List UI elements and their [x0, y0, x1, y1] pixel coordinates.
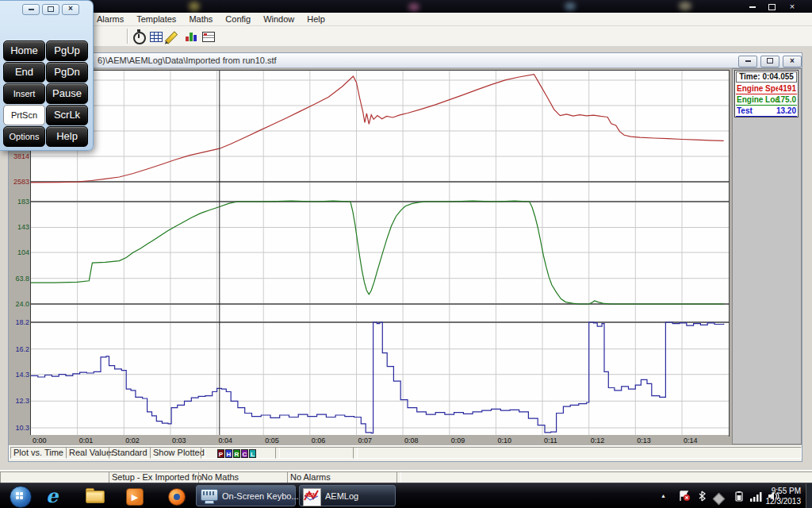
channel-value: 13.20 — [776, 106, 796, 116]
menu-item-window[interactable]: Window — [257, 13, 301, 26]
tray-app-icon[interactable] — [714, 492, 723, 506]
battery-icon[interactable] — [733, 491, 745, 505]
main-close-button[interactable]: × — [783, 2, 801, 11]
osk-key-end[interactable]: End — [3, 62, 45, 83]
main-restore-button[interactable] — [763, 2, 780, 11]
y-tick-test: 18.2 — [10, 319, 29, 326]
x-tick: 0:04 — [219, 437, 233, 444]
x-tick: 0:06 — [312, 437, 326, 444]
osk-minimize-button[interactable] — [22, 4, 40, 15]
osk-key-prtscn[interactable]: PrtScn — [3, 105, 45, 125]
taskbar-button-on-screen-keyboard[interactable]: On-Screen Keybo... — [196, 485, 296, 506]
media-player-icon[interactable]: ▶ — [125, 487, 144, 505]
status-empty-segment — [353, 447, 802, 459]
x-tick: 0:03 — [172, 437, 186, 444]
channel-value: 4191 — [779, 83, 796, 94]
osk-maximize-button[interactable] — [42, 4, 59, 15]
x-tick: 0:10 — [497, 437, 511, 444]
x-tick: 0:01 — [79, 437, 94, 444]
wallpaper-blob — [189, 2, 200, 11]
tray-clock[interactable]: 9:55 PM 12/3/2013 — [753, 486, 801, 506]
osk-key-help[interactable]: Help — [46, 126, 88, 147]
osk-key-pause[interactable]: Pause — [46, 83, 88, 104]
tray-date: 12/3/2013 — [753, 496, 801, 506]
taskbar: e ▶ On-Screen Keybo... AEM AEMLog ▲ — [0, 483, 812, 508]
channel-box-h[interactable]: H — [225, 449, 232, 458]
plot-area[interactable] — [30, 70, 730, 437]
internet-explorer-icon[interactable]: e — [46, 487, 65, 505]
values-list: Time: 0:04.055 Engine Speed 4191 Engine … — [734, 70, 799, 117]
channel-name: Test — [737, 106, 753, 116]
main-window-titlebar: × — [0, 0, 812, 13]
osk-key-pgdn[interactable]: PgDn — [46, 62, 88, 83]
osk-key-pgup[interactable]: PgUp — [46, 40, 88, 61]
channel-box-p[interactable]: P — [217, 449, 224, 458]
y-tick-test: 16.2 — [10, 346, 29, 353]
data-table-icon[interactable] — [201, 29, 216, 43]
menu-items: AlarmsTemplatesMathsConfigWindowHelp — [90, 13, 331, 26]
wallpaper-blob — [565, 2, 576, 10]
x-tick: 0:08 — [404, 437, 419, 444]
chart-window-title: 6)\AEM\AEMLog\Data\Imported from run10.s… — [98, 53, 277, 67]
x-tick: 0:09 — [451, 437, 465, 444]
tray-expand-icon[interactable]: ▲ — [661, 493, 666, 498]
menu-item-config[interactable]: Config — [219, 13, 257, 26]
osk-key-home[interactable]: Home — [3, 40, 45, 61]
y-tick-engine-load: 63.8 — [10, 275, 29, 283]
osk-key-scrlk[interactable]: ScrLk — [46, 105, 88, 125]
action-center-flag-icon[interactable] — [678, 491, 691, 505]
chart-maximize-button[interactable] — [760, 56, 779, 67]
firefox-icon[interactable] — [167, 487, 186, 505]
app-status-empty — [0, 471, 113, 483]
menu-item-templates[interactable]: Templates — [130, 13, 182, 26]
main-minimize-button[interactable] — [744, 2, 761, 11]
x-tick: 0:13 — [637, 437, 651, 444]
chart-statusbar: Plot vs. Time Real Values Standard Show … — [9, 445, 802, 461]
show-desktop-button[interactable] — [806, 483, 812, 508]
stopwatch-icon[interactable] — [132, 29, 146, 43]
chart-minimize-button[interactable] — [738, 56, 757, 67]
test-trace — [31, 322, 724, 433]
engine-speed-trace — [31, 75, 724, 183]
toolbar — [0, 26, 812, 47]
chart-window: 6)\AEM\AEMLog\Data\Imported from run10.s… — [8, 52, 802, 462]
chart-close-button[interactable]: × — [783, 56, 802, 67]
menu-item-help[interactable]: Help — [301, 13, 331, 26]
channel-name: Engine Speed — [737, 83, 778, 94]
y-tick-engine-speed: 2583 — [10, 179, 29, 186]
menu-item-maths[interactable]: Maths — [182, 13, 219, 26]
calculator-icon[interactable] — [149, 29, 163, 43]
app-status-alarms: No Alarms — [287, 471, 401, 483]
screen: × AlarmsTemplatesMathsConfigWindowHelp 6… — [0, 0, 812, 508]
channel-value: 175.0 — [776, 94, 796, 105]
x-tick: 0:11 — [544, 437, 557, 444]
chart-window-titlebar[interactable]: 6)\AEM\AEMLog\Data\Imported from run10.s… — [9, 53, 802, 68]
toolbar-separator — [127, 29, 128, 44]
cursor-time: Time: 0:04.055 — [736, 71, 797, 83]
channel-color-boxes[interactable]: PHRCL — [217, 448, 257, 457]
task-button-label: AEMLog — [325, 486, 358, 507]
osk-key-insert[interactable]: Insert — [3, 83, 45, 104]
status-empty-segment — [275, 447, 358, 459]
channel-box-r[interactable]: R — [233, 449, 240, 458]
wallpaper-blob — [408, 3, 419, 11]
menu-bar: AlarmsTemplatesMathsConfigWindowHelp — [0, 13, 812, 26]
bar-chart-icon[interactable] — [184, 29, 198, 43]
osk-close-button[interactable]: × — [62, 4, 79, 15]
bluetooth-icon[interactable] — [698, 491, 707, 505]
channel-box-c[interactable]: C — [241, 449, 248, 458]
value-row-engine-load[interactable]: Engine Load 175.0 — [736, 94, 797, 106]
app-status-setup: Setup - Ex Imported from — [109, 471, 203, 483]
value-row-test[interactable]: Test 13.20 — [736, 106, 797, 117]
explorer-folder-icon[interactable] — [86, 487, 105, 505]
channel-box-l[interactable]: L — [249, 449, 256, 458]
y-tick-engine-load: 183 — [10, 198, 29, 206]
status-values-mode: Real Values — [66, 447, 113, 459]
x-tick: 0:02 — [125, 437, 140, 444]
osk-key-options[interactable]: Options — [3, 126, 45, 147]
pencil-icon[interactable] — [167, 29, 181, 43]
taskbar-button-aemlog[interactable]: AEM AEMLog — [299, 485, 396, 506]
menu-item-alarms[interactable]: Alarms — [90, 13, 130, 26]
start-button[interactable] — [10, 486, 32, 508]
value-row-engine-speed[interactable]: Engine Speed 4191 — [736, 83, 797, 94]
